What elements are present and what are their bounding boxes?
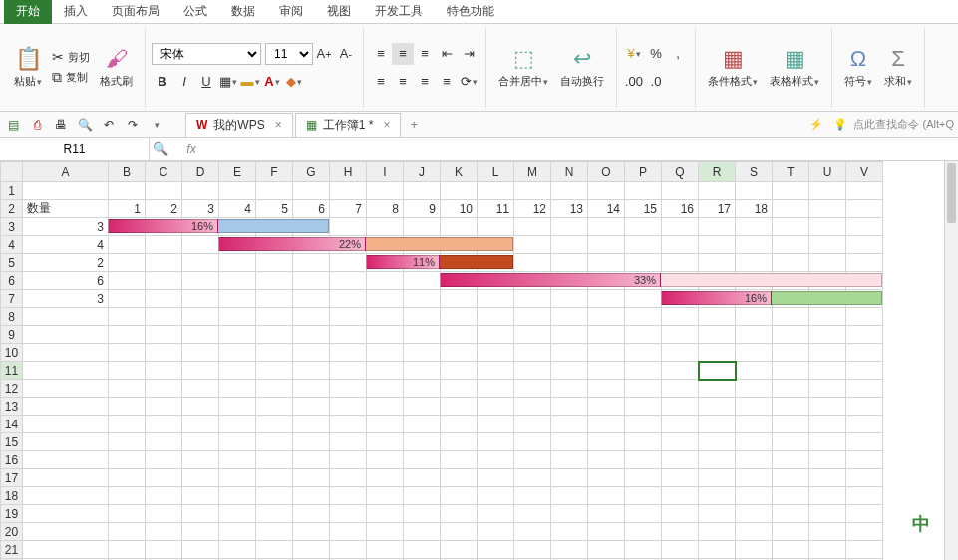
cell[interactable]: 1 — [109, 200, 146, 218]
tab-insert[interactable]: 插入 — [52, 0, 100, 24]
cell[interactable] — [146, 182, 182, 200]
cell[interactable] — [404, 326, 441, 344]
cell[interactable] — [699, 236, 736, 254]
cell[interactable] — [441, 469, 478, 487]
cell[interactable] — [809, 451, 846, 469]
cell[interactable] — [846, 469, 883, 487]
align-center-button[interactable]: ≡ — [392, 71, 414, 93]
search-command[interactable]: ⚡ 💡 点此查找命令 (Alt+Q — [809, 117, 954, 132]
cell[interactable] — [293, 523, 330, 541]
cell[interactable] — [699, 433, 736, 451]
cell[interactable] — [109, 254, 146, 272]
cell[interactable] — [23, 505, 109, 523]
cell[interactable] — [773, 254, 809, 272]
cell[interactable] — [478, 541, 514, 559]
cell[interactable] — [478, 398, 514, 416]
col-header[interactable]: Q — [662, 162, 699, 182]
cell[interactable] — [182, 308, 219, 326]
cell[interactable] — [773, 451, 809, 469]
cell[interactable] — [846, 308, 883, 326]
cell[interactable] — [625, 451, 662, 469]
cell[interactable] — [625, 308, 662, 326]
cell[interactable] — [551, 236, 588, 254]
cell[interactable] — [293, 469, 330, 487]
sum-button[interactable]: Σ 求和 — [878, 44, 918, 91]
cell[interactable] — [404, 487, 441, 505]
cell[interactable] — [478, 308, 514, 326]
cell[interactable] — [478, 433, 514, 451]
cell[interactable]: 6 — [293, 200, 330, 218]
cell[interactable] — [773, 182, 809, 200]
cell[interactable]: 7 — [330, 200, 367, 218]
col-header[interactable]: P — [625, 162, 662, 182]
cell[interactable]: 4 — [23, 236, 109, 254]
cell[interactable] — [551, 344, 588, 362]
format-painter-button[interactable]: 🖌 格式刷 — [94, 44, 139, 91]
cell[interactable] — [625, 505, 662, 523]
cell[interactable] — [625, 326, 662, 344]
name-box-input[interactable] — [0, 142, 149, 156]
cell[interactable] — [588, 523, 625, 541]
cell[interactable] — [441, 326, 478, 344]
cell[interactable] — [699, 469, 736, 487]
font-color-button[interactable]: A — [261, 71, 283, 93]
cell[interactable] — [146, 308, 182, 326]
qa-more-icon[interactable] — [148, 116, 165, 134]
tab-view[interactable]: 视图 — [315, 0, 363, 24]
cell[interactable] — [588, 308, 625, 326]
cut-button[interactable]: ✂剪切 — [48, 47, 94, 67]
cell[interactable] — [182, 254, 219, 272]
cell[interactable] — [478, 218, 514, 236]
cell[interactable] — [146, 541, 182, 559]
cond-format-button[interactable]: ▦ 条件格式 — [702, 44, 764, 91]
cell[interactable] — [330, 451, 367, 469]
cell[interactable] — [625, 433, 662, 451]
cell[interactable] — [699, 398, 736, 416]
cell[interactable] — [736, 398, 773, 416]
cell[interactable] — [23, 344, 109, 362]
cell[interactable] — [588, 398, 625, 416]
cell[interactable] — [514, 326, 551, 344]
cell[interactable] — [441, 505, 478, 523]
col-header[interactable]: U — [809, 162, 846, 182]
cell[interactable] — [293, 362, 330, 380]
cell[interactable] — [109, 380, 146, 398]
cell[interactable] — [514, 182, 551, 200]
cell[interactable] — [109, 308, 146, 326]
cell[interactable] — [662, 380, 699, 398]
qa-preview-icon[interactable]: 🔍 — [76, 116, 94, 134]
orientation-button[interactable]: ⟳ — [458, 71, 479, 93]
cell[interactable] — [846, 362, 883, 380]
wrap-text-button[interactable]: ↩ 自动换行 — [554, 44, 610, 91]
cell[interactable] — [551, 326, 588, 344]
table-style-button[interactable]: ▦ 表格样式 — [764, 44, 825, 91]
cell[interactable] — [182, 469, 219, 487]
cell[interactable] — [736, 218, 773, 236]
align-justify-button[interactable]: ≡ — [436, 71, 458, 93]
align-top-button[interactable]: ≡ — [370, 43, 392, 65]
cell[interactable] — [662, 326, 699, 344]
cell[interactable] — [23, 308, 109, 326]
percent-button[interactable]: % — [645, 43, 667, 65]
indent-inc-button[interactable]: ⇥ — [458, 43, 479, 65]
cell[interactable] — [625, 272, 662, 290]
cell[interactable] — [330, 398, 367, 416]
fx-search-icon[interactable]: 🔍 — [150, 139, 171, 160]
cell[interactable] — [256, 272, 293, 290]
cell[interactable] — [846, 272, 883, 290]
cell[interactable] — [219, 416, 256, 433]
comma-button[interactable]: , — [667, 43, 689, 65]
cell[interactable] — [293, 416, 330, 433]
cell[interactable] — [404, 344, 441, 362]
cell[interactable] — [441, 433, 478, 451]
cell[interactable] — [330, 272, 367, 290]
cell[interactable]: 3 — [23, 290, 109, 308]
cell[interactable] — [109, 344, 146, 362]
row-header[interactable]: 12 — [1, 380, 23, 398]
row-header[interactable]: 7 — [1, 290, 23, 308]
cell[interactable] — [551, 272, 588, 290]
cell[interactable]: 12 — [514, 200, 551, 218]
row-header[interactable]: 15 — [1, 433, 23, 451]
cell[interactable] — [478, 505, 514, 523]
cell[interactable] — [293, 505, 330, 523]
